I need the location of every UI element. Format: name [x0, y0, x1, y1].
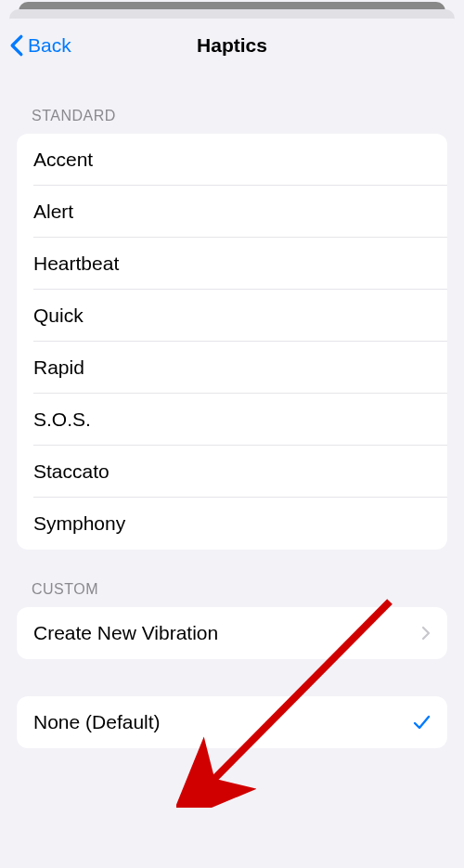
haptic-label: Quick — [33, 304, 84, 327]
haptic-label: Heartbeat — [33, 253, 119, 275]
haptic-option-accent[interactable]: Accent — [17, 134, 447, 186]
content-area: STANDARD Accent Alert Heartbeat Quick Ra… — [0, 72, 464, 748]
standard-list: Accent Alert Heartbeat Quick Rapid S.O.S… — [17, 134, 447, 550]
back-button[interactable]: Back — [9, 34, 71, 57]
haptic-option-sos[interactable]: S.O.S. — [17, 394, 447, 446]
main-sheet: Back Haptics STANDARD Accent Alert Heart… — [0, 19, 464, 868]
haptic-label: S.O.S. — [33, 408, 91, 431]
chevron-right-icon — [421, 626, 431, 641]
create-new-vibration[interactable]: Create New Vibration — [17, 607, 447, 659]
create-label: Create New Vibration — [33, 622, 218, 644]
haptic-option-none[interactable]: None (Default) — [17, 696, 447, 748]
haptic-option-rapid[interactable]: Rapid — [17, 342, 447, 394]
haptic-label: Accent — [33, 149, 93, 171]
none-list: None (Default) — [17, 696, 447, 748]
checkmark-icon — [412, 713, 431, 732]
haptic-option-alert[interactable]: Alert — [17, 186, 447, 238]
none-label: None (Default) — [33, 711, 161, 733]
haptic-option-heartbeat[interactable]: Heartbeat — [17, 238, 447, 290]
haptic-option-quick[interactable]: Quick — [17, 290, 447, 342]
haptic-option-symphony[interactable]: Symphony — [17, 498, 447, 550]
haptic-label: Rapid — [33, 356, 84, 379]
haptic-option-staccato[interactable]: Staccato — [17, 446, 447, 498]
back-label: Back — [28, 34, 71, 57]
custom-list: Create New Vibration — [17, 607, 447, 659]
page-title: Haptics — [197, 34, 267, 57]
sheet-stack-background — [0, 0, 464, 19]
nav-bar: Back Haptics — [0, 19, 464, 72]
chevron-left-icon — [9, 34, 24, 57]
section-header-custom: CUSTOM — [17, 550, 447, 607]
section-header-standard: STANDARD — [17, 72, 447, 134]
haptic-label: Alert — [33, 201, 73, 223]
haptic-label: Staccato — [33, 460, 110, 483]
haptic-label: Symphony — [33, 512, 125, 535]
